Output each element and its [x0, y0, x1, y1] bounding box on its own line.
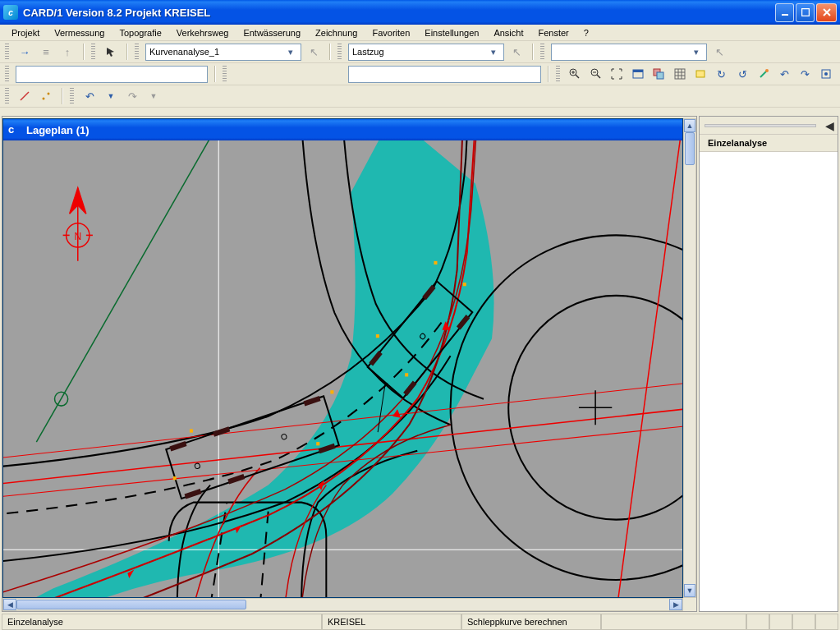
fit-screen-icon[interactable]	[608, 65, 627, 83]
dropdown-arrow-2-icon[interactable]: ▼	[145, 87, 163, 105]
text-field-2[interactable]	[348, 66, 540, 83]
svg-rect-36	[227, 474, 245, 484]
side-tab-einzelanalyse[interactable]: Einzelanalyse	[700, 135, 838, 152]
maximize-button[interactable]	[796, 3, 815, 22]
menu-einstellungen[interactable]: Einstellungen	[418, 26, 485, 39]
rectangle-icon[interactable]	[692, 65, 710, 83]
arrow-right-icon[interactable]: →	[16, 43, 34, 61]
svg-rect-32	[185, 489, 202, 499]
menu-ansicht[interactable]: Ansicht	[487, 26, 530, 39]
separator	[83, 44, 85, 60]
toolbar-grip[interactable]	[540, 44, 544, 60]
redo-icon[interactable]: ↷	[796, 65, 815, 83]
svg-rect-8	[675, 69, 685, 79]
redo-2-icon[interactable]: ↷	[123, 87, 141, 105]
window-title: CARD/1 Version 8.2 Projekt KREISEL	[23, 7, 775, 19]
toolbar-grip[interactable]	[70, 88, 74, 104]
svg-rect-1	[801, 9, 809, 16]
window-icon: c	[8, 123, 21, 136]
svg-rect-46	[173, 476, 177, 480]
svg-rect-7	[657, 72, 663, 79]
workspace: c Lageplan (1)	[2, 116, 838, 612]
scroll-down-icon[interactable]: ▼	[684, 584, 695, 597]
point-tool-icon[interactable]	[37, 87, 55, 105]
scroll-thumb[interactable]	[685, 132, 695, 165]
scroll-thumb[interactable]	[16, 600, 246, 609]
line-tool-icon[interactable]	[16, 87, 34, 105]
status-action: Schleppkurve berechnen	[461, 614, 601, 630]
menu-vermessung[interactable]: Vermessung	[48, 26, 111, 39]
toolbar-grip[interactable]	[223, 66, 227, 82]
status-slot-2	[769, 614, 792, 630]
collapse-left-icon[interactable]: ◀	[821, 117, 838, 134]
wand-icon[interactable]	[755, 65, 773, 83]
svg-text:N: N	[74, 230, 81, 241]
analysis-combo[interactable]: Kurvenanalyse_1 ▾	[145, 44, 301, 61]
svg-rect-5	[633, 70, 643, 72]
vertical-scrollbar[interactable]: ▲ ▼	[683, 118, 696, 598]
menu-entwaesserung[interactable]: Entwässerung	[236, 26, 307, 39]
zoom-out-icon[interactable]	[587, 65, 605, 83]
toolbar-grip[interactable]	[135, 44, 139, 60]
separator	[532, 44, 534, 60]
svg-point-13	[43, 98, 45, 100]
panel-slider[interactable]	[705, 124, 816, 127]
svg-rect-0	[782, 14, 788, 16]
cursor-icon[interactable]: ↖	[507, 43, 526, 61]
status-slot-4	[815, 614, 838, 630]
drawing-canvas[interactable]: N	[3, 140, 682, 597]
svg-rect-9	[696, 71, 705, 77]
toolbar-grip[interactable]	[5, 44, 9, 60]
grid-icon[interactable]	[671, 65, 689, 83]
drawing-window-titlebar[interactable]: c Lageplan (1)	[3, 119, 682, 140]
menu-verkehrsweg[interactable]: Verkehrsweg	[170, 26, 236, 39]
menu-favoriten[interactable]: Favoriten	[365, 26, 416, 39]
empty-combo[interactable]: ▾	[551, 44, 707, 61]
toolbar-grip[interactable]	[5, 88, 9, 104]
pointer-icon[interactable]	[102, 43, 120, 61]
zoom-in-icon[interactable]	[567, 65, 585, 83]
cursor-icon[interactable]: ↖	[710, 43, 728, 61]
svg-rect-50	[376, 334, 379, 338]
svg-line-24	[616, 140, 682, 597]
svg-point-38	[195, 462, 201, 469]
window-controls	[775, 3, 837, 22]
refresh-icon[interactable]	[818, 65, 836, 83]
status-slot-3	[792, 614, 815, 630]
svg-line-19	[36, 140, 218, 442]
toolbar-3: ↶ ▼ ↷ ▼	[0, 85, 840, 108]
minimize-button[interactable]	[775, 3, 794, 22]
window-icon[interactable]	[629, 65, 647, 83]
scroll-left-icon[interactable]: ◀	[3, 599, 16, 610]
scroll-up-icon[interactable]: ▲	[684, 119, 695, 132]
toolbar-grip[interactable]	[556, 66, 560, 82]
separator	[548, 66, 549, 82]
bars-icon[interactable]: ≡	[37, 43, 55, 61]
svg-rect-48	[330, 390, 333, 393]
undo-2-icon[interactable]: ↶	[80, 87, 99, 105]
separator	[329, 44, 331, 60]
menu-topografie[interactable]: Topografie	[112, 26, 168, 39]
cursor-icon[interactable]: ↖	[305, 43, 323, 61]
menu-help[interactable]: ?	[577, 26, 595, 39]
toolbar-grip[interactable]	[337, 44, 342, 60]
rotate-ccw-icon[interactable]: ↺	[734, 65, 752, 83]
svg-rect-52	[463, 283, 466, 286]
main-view: c Lageplan (1)	[2, 116, 697, 612]
dropdown-arrow-icon[interactable]: ▼	[102, 87, 120, 105]
menu-projekt[interactable]: Projekt	[5, 26, 46, 39]
horizontal-scrollbar[interactable]: ◀ ▶	[2, 598, 683, 611]
menu-fenster[interactable]: Fenster	[531, 26, 575, 39]
toolbar-grip[interactable]	[91, 44, 95, 60]
toolbar-grip[interactable]	[5, 66, 9, 82]
rotate-cw-icon[interactable]: ↻	[713, 65, 731, 83]
vehicle-combo[interactable]: Lastzug ▾	[348, 44, 504, 61]
undo-icon[interactable]: ↶	[776, 65, 794, 83]
arrow-up-icon[interactable]: ↑	[58, 43, 76, 61]
layers-icon[interactable]	[650, 65, 668, 83]
menu-zeichnung[interactable]: Zeichnung	[309, 26, 364, 39]
analysis-combo-value: Kurvenanalyse_1	[149, 47, 284, 57]
text-field-1[interactable]	[16, 66, 208, 83]
close-button[interactable]	[816, 3, 837, 22]
scroll-right-icon[interactable]: ▶	[669, 599, 682, 610]
